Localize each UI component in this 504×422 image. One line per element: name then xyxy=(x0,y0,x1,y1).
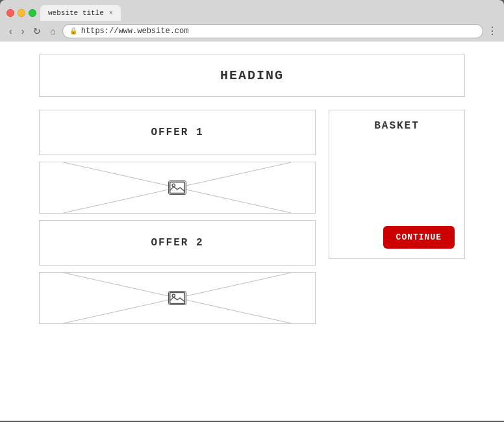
url-text: https://www.website.com xyxy=(81,27,189,36)
nav-bar: ‹ › ↻ ⌂ 🔒 https://www.website.com ⋮ xyxy=(0,21,504,42)
offer1-box: OFFER 1 xyxy=(39,110,316,155)
offer2-box: OFFER 2 xyxy=(39,220,316,266)
forward-button[interactable]: › xyxy=(19,25,27,38)
continue-button[interactable]: CONTINUE xyxy=(383,226,455,249)
traffic-lights xyxy=(6,9,36,17)
image-placeholder-2 xyxy=(39,272,316,324)
image-placeholder-1 xyxy=(39,162,316,214)
left-column: OFFER 1 OFFER 2 xyxy=(39,110,316,324)
page-content: HEADING OFFER 1 xyxy=(0,42,504,421)
offer2-label: OFFER 2 xyxy=(151,237,203,249)
browser-chrome: website title × ‹ › ↻ ⌂ 🔒 https://www.we… xyxy=(0,0,504,42)
basket-box: BASKET CONTINUE xyxy=(329,110,465,259)
back-button[interactable]: ‹ xyxy=(6,25,15,38)
browser-menu-icon[interactable]: ⋮ xyxy=(487,25,498,38)
image-icon-2 xyxy=(168,291,186,305)
title-bar: website title × xyxy=(0,0,504,21)
refresh-button[interactable]: ↻ xyxy=(31,25,44,38)
basket-bottom: CONTINUE xyxy=(339,226,455,249)
address-bar[interactable]: 🔒 https://www.website.com xyxy=(62,24,483,38)
basket-title: BASKET xyxy=(339,120,455,132)
minimize-button[interactable] xyxy=(18,9,25,17)
offer1-label: OFFER 1 xyxy=(151,127,203,138)
tab-title: website title xyxy=(48,9,104,17)
home-button[interactable]: ⌂ xyxy=(47,25,58,38)
right-column: BASKET CONTINUE xyxy=(329,110,465,324)
lock-icon: 🔒 xyxy=(69,27,77,35)
page-heading: HEADING xyxy=(39,55,465,97)
browser-tab[interactable]: website title × xyxy=(40,5,121,21)
maximize-button[interactable] xyxy=(29,9,36,17)
main-layout: OFFER 1 OFFER 2 xyxy=(39,110,465,324)
tab-close-icon[interactable]: × xyxy=(109,10,113,17)
image-icon-1 xyxy=(168,180,186,195)
close-button[interactable] xyxy=(6,9,14,17)
